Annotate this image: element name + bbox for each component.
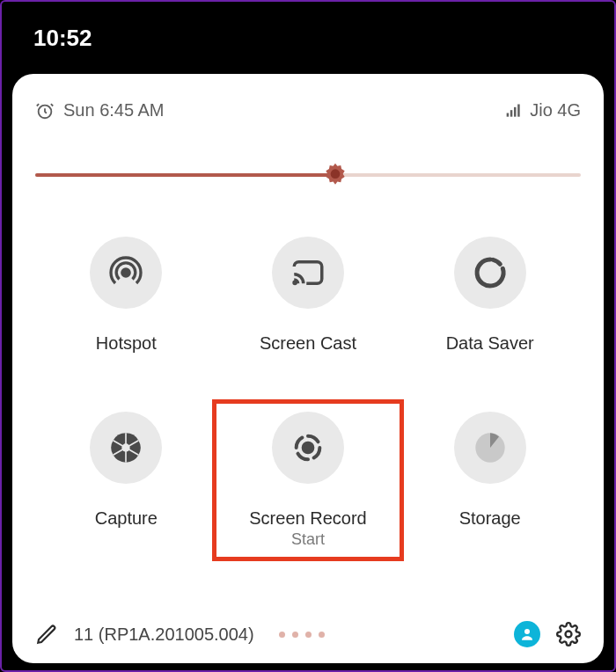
capture-icon xyxy=(90,412,162,484)
tile-data-saver[interactable]: Data Saver xyxy=(399,237,581,354)
footer-bar: 11 (RP1A.201005.004) xyxy=(35,598,581,647)
alarm-time-label: Sun 6:45 AM xyxy=(63,100,165,121)
svg-point-6 xyxy=(122,269,129,276)
signal-icon xyxy=(505,102,523,120)
svg-point-19 xyxy=(566,632,572,638)
highlight-box xyxy=(212,399,405,561)
device-time: 10:52 xyxy=(33,25,92,52)
edit-icon[interactable] xyxy=(35,623,58,646)
settings-icon[interactable] xyxy=(556,622,581,646)
tile-label: Capture xyxy=(95,508,158,529)
tile-label: Storage xyxy=(459,508,521,529)
storage-icon xyxy=(454,412,526,484)
svg-point-18 xyxy=(524,629,530,634)
tile-label: Data Saver xyxy=(446,333,534,354)
svg-point-5 xyxy=(331,169,341,179)
tile-label: Screen Cast xyxy=(260,333,356,354)
alarm-icon xyxy=(35,101,55,121)
svg-rect-3 xyxy=(514,106,517,116)
brightness-slider[interactable] xyxy=(35,163,581,187)
svg-point-7 xyxy=(294,281,296,283)
quick-settings-panel: Sun 6:45 AM Jio 4G xyxy=(12,74,604,663)
data-saver-icon xyxy=(454,237,526,309)
tile-storage[interactable]: Storage xyxy=(399,412,581,549)
network-indicator: Jio 4G xyxy=(505,100,581,121)
network-label: Jio 4G xyxy=(530,100,581,121)
tile-hotspot[interactable]: Hotspot xyxy=(35,237,217,354)
svg-point-15 xyxy=(122,443,130,451)
page-indicator xyxy=(279,632,325,638)
tile-label: Hotspot xyxy=(96,333,157,354)
cast-icon xyxy=(272,237,344,309)
hotspot-icon xyxy=(90,237,162,309)
svg-rect-2 xyxy=(510,110,513,117)
svg-rect-4 xyxy=(517,104,520,116)
slider-track-fill xyxy=(35,173,335,177)
build-label: 11 (RP1A.201005.004) xyxy=(74,625,254,645)
svg-rect-1 xyxy=(507,113,510,116)
user-avatar[interactable] xyxy=(514,621,540,647)
tile-screen-record[interactable]: Screen Record Start xyxy=(217,412,400,549)
alarm-indicator[interactable]: Sun 6:45 AM xyxy=(35,100,165,121)
tile-screen-cast[interactable]: Screen Cast xyxy=(217,237,400,354)
brightness-thumb-icon[interactable] xyxy=(321,161,349,189)
tiles-grid: Hotspot Screen Cast Data Saver xyxy=(35,237,581,549)
tile-capture[interactable]: Capture xyxy=(35,412,217,549)
